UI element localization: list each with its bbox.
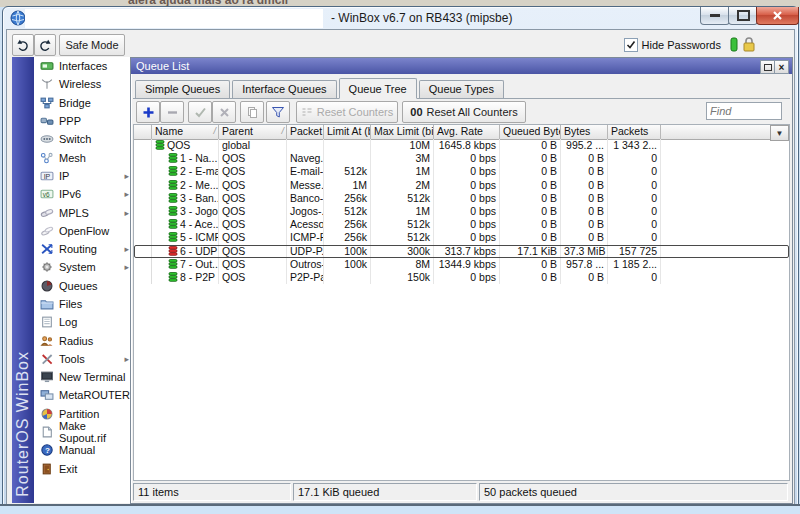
cell-avg_rate: 0 bps bbox=[434, 152, 500, 165]
openflow-icon bbox=[40, 225, 54, 237]
sidebar-item-label: Log bbox=[59, 316, 77, 328]
sidebar-item-label: Exit bbox=[59, 463, 77, 475]
tab-queue-types[interactable]: Queue Types bbox=[419, 80, 504, 98]
sidebar-item-bridge[interactable]: Bridge bbox=[34, 94, 133, 112]
terminal-icon bbox=[40, 371, 54, 383]
queue-close-button[interactable]: × bbox=[774, 60, 789, 74]
safe-mode-button[interactable]: Safe Mode bbox=[59, 34, 125, 56]
sidebar-item-radius[interactable]: Radius bbox=[34, 331, 133, 349]
main-titlebar[interactable]: - WinBox v6.7 on RB433 (mipsbe) bbox=[3, 7, 798, 29]
funnel-icon bbox=[271, 106, 285, 119]
tab-queue-tree[interactable]: Queue Tree bbox=[339, 78, 417, 99]
add-button[interactable] bbox=[136, 101, 160, 123]
column-header-label: Packet ... bbox=[290, 125, 324, 137]
cell-limit_at: 256k bbox=[324, 231, 371, 244]
sidebar-item-label: MPLS bbox=[59, 207, 89, 219]
table-row[interactable]: 8 - P2PQOSP2P-Pa...150k0 bps0 B0 B0 bbox=[134, 271, 789, 284]
column-header-queued[interactable]: Queued Bytes bbox=[500, 125, 561, 139]
redo-button[interactable] bbox=[34, 34, 56, 56]
window-title: - WinBox v6.7 on RB433 (mipsbe) bbox=[331, 11, 512, 25]
comment-button[interactable] bbox=[240, 101, 264, 123]
column-header-name[interactable]: Name/ bbox=[152, 125, 219, 139]
queue-green-icon bbox=[168, 166, 178, 176]
filter-button[interactable] bbox=[266, 101, 290, 123]
cell-name: 4 - Ace... bbox=[152, 218, 219, 231]
queue-maximize-button[interactable] bbox=[760, 60, 775, 74]
cell-bytes: 0 B bbox=[561, 231, 608, 244]
table-row[interactable]: 7 - Out...QOSOutros-...100k8M1344.9 kbps… bbox=[134, 258, 789, 271]
sidebar-item-mpls[interactable]: MPLS▸ bbox=[34, 203, 133, 221]
sidebar-item-metarouter[interactable]: MetaROUTER bbox=[34, 386, 133, 404]
sidebar-item-wireless[interactable]: Wireless bbox=[34, 75, 133, 93]
close-button[interactable] bbox=[756, 7, 799, 25]
sidebar-item-interfaces[interactable]: Interfaces bbox=[34, 57, 133, 75]
cell-max_limit: 10M bbox=[371, 139, 434, 152]
queue-list-titlebar[interactable]: Queue List bbox=[131, 58, 792, 74]
enable-button[interactable] bbox=[188, 101, 212, 123]
column-header-label: Queued Bytes bbox=[503, 125, 561, 137]
cell-name: 5 - ICMP bbox=[152, 231, 219, 244]
sidebar-item-ipv6[interactable]: v6IPv6▸ bbox=[34, 185, 133, 203]
table-row[interactable]: 6 - UDPQOSUDP-P...100k300k313.7 kbps17.1… bbox=[134, 245, 789, 258]
sidebar-item-ip[interactable]: IPIP▸ bbox=[34, 167, 133, 185]
cell-max_limit: 1M bbox=[371, 205, 434, 218]
sidebar-item-queues[interactable]: Queues bbox=[34, 277, 133, 295]
sidebar-item-routing[interactable]: Routing▸ bbox=[34, 240, 133, 258]
column-header-max_limit[interactable]: Max Limit (bits/s) bbox=[371, 125, 434, 139]
sidebar-item-switch[interactable]: Switch bbox=[34, 130, 133, 148]
remove-button[interactable] bbox=[160, 101, 184, 123]
queue-name: 2 - Me... bbox=[180, 179, 219, 191]
sidebar-item-log[interactable]: Log bbox=[34, 313, 133, 331]
table-row[interactable]: 4 - Ace...QOSAcesso...256k512k0 bps0 B0 … bbox=[134, 218, 789, 231]
table-row[interactable]: 3 - JogosQOSJogos-...512k1M0 bps0 B0 B0 bbox=[134, 205, 789, 218]
column-header-parent[interactable]: Parent/ bbox=[219, 125, 287, 139]
cell-name: 7 - Out... bbox=[152, 258, 219, 271]
queue-name: 5 - ICMP bbox=[180, 231, 219, 243]
sidebar-item-exit[interactable]: Exit bbox=[34, 460, 133, 478]
table-row[interactable]: 2 - E-mailQOSE-mail-...512k1M0 bps0 B0 B… bbox=[134, 165, 789, 178]
hide-passwords-checkbox[interactable] bbox=[624, 38, 638, 52]
queue-name: 8 - P2P bbox=[180, 271, 215, 283]
queue-name: 3 - Jogos bbox=[180, 205, 219, 217]
column-header-bytes[interactable]: Bytes bbox=[561, 125, 608, 139]
bridge-icon bbox=[40, 97, 54, 109]
table-row[interactable]: 2 - Me...QOSMesse...1M2M0 bps0 B0 B0 bbox=[134, 179, 789, 192]
table-row[interactable]: QOSglobal10M1645.8 kbps0 B995.2 ...1 343… bbox=[134, 139, 789, 152]
cell-queued: 0 B bbox=[500, 165, 561, 178]
find-input[interactable] bbox=[706, 102, 782, 120]
maximize-button[interactable] bbox=[728, 7, 758, 25]
submenu-arrow-icon: ▸ bbox=[124, 171, 129, 181]
sidebar-item-files[interactable]: Files bbox=[34, 295, 133, 313]
table-row[interactable]: 5 - ICMPQOSICMP-P...256k512k0 bps0 B0 B0 bbox=[134, 231, 789, 244]
reset-counters-button[interactable]: Reset Counters bbox=[296, 101, 398, 123]
table-row[interactable]: 3 - Ban...QOSBanco-...256k512k0 bps0 B0 … bbox=[134, 192, 789, 205]
column-header-avg_rate[interactable]: Avg. Rate bbox=[434, 125, 500, 139]
cell-limit_at bbox=[324, 271, 371, 284]
routing-icon bbox=[40, 243, 54, 255]
minimize-button[interactable] bbox=[700, 7, 730, 25]
column-header-packet[interactable]: Packet ... bbox=[287, 125, 324, 139]
sidebar-item-ppp[interactable]: PPP bbox=[34, 112, 133, 130]
column-header-packets[interactable]: Packets bbox=[608, 125, 661, 139]
sidebar-item-manual[interactable]: ?Manual bbox=[34, 441, 133, 459]
tools-icon bbox=[40, 353, 54, 365]
cell-parent: QOS bbox=[219, 192, 287, 205]
cell-avg_rate: 0 bps bbox=[434, 165, 500, 178]
reset-all-counters-button[interactable]: 00 Reset All Counters bbox=[402, 101, 526, 123]
table-row[interactable]: 1 - Na...QOSNaveg...3M0 bps0 B0 B0 bbox=[134, 152, 789, 165]
sidebar-item-make-supout-rif[interactable]: Make Supout.rif bbox=[34, 423, 133, 441]
queue-name: 6 - UDP bbox=[180, 245, 217, 257]
sidebar-item-tools[interactable]: Tools▸ bbox=[34, 350, 133, 368]
undo-button[interactable] bbox=[12, 34, 34, 56]
routeros-brand-strip: RouterOS WinBox bbox=[12, 57, 34, 503]
tab-interface-queues[interactable]: Interface Queues bbox=[232, 80, 336, 98]
sidebar-item-openflow[interactable]: OpenFlow bbox=[34, 222, 133, 240]
ip-icon: IP bbox=[40, 170, 54, 182]
column-header-limit_at[interactable]: Limit At (b... bbox=[324, 125, 371, 139]
disable-button[interactable] bbox=[212, 101, 236, 123]
sidebar-item-system[interactable]: System▸ bbox=[34, 258, 133, 276]
sidebar-item-new-terminal[interactable]: New Terminal bbox=[34, 368, 133, 386]
cell-queued: 0 B bbox=[500, 179, 561, 192]
tab-simple-queues[interactable]: Simple Queues bbox=[135, 80, 230, 98]
sidebar-item-mesh[interactable]: Mesh bbox=[34, 148, 133, 166]
